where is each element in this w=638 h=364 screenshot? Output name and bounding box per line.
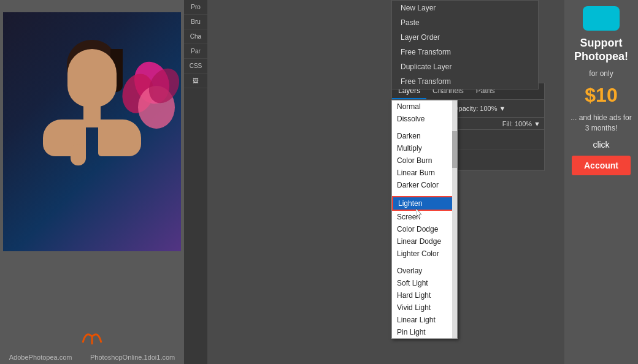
blend-screen[interactable]: Screen [392,211,457,223]
blend-soft-light[interactable]: Soft Light [392,277,457,289]
blend-sep-2 [392,191,457,196]
hand [71,144,86,165]
opacity-value[interactable]: 100% [480,105,497,112]
right-panel: Pro Bru Cha Par CSS 🖼 New Layer Paste La… [184,0,564,364]
blend-color-dodge[interactable]: Color Dodge [392,223,457,235]
logo-area [80,327,104,346]
ad-account-button[interactable]: Account [572,156,631,175]
blend-lighter-color[interactable]: Lighter Color [392,248,457,260]
fill-value[interactable]: 100% [515,120,532,127]
blend-darken[interactable]: Darken [392,130,457,142]
photo-canvas [3,12,181,251]
blend-hard-light[interactable]: Hard Light [392,289,457,301]
tab-par[interactable]: Par [184,44,207,59]
blend-dissolve[interactable]: Dissolve [392,113,457,125]
ad-click-text: click [593,140,609,150]
blend-darker-color[interactable]: Darker Color [392,179,457,191]
ad-for-only: for only [589,69,613,78]
opacity-arrow: ▼ [499,105,506,112]
fill-label: Fill: [502,120,513,127]
tab-css[interactable]: CSS [184,59,207,74]
ad-title: Support Photopea! [569,37,633,63]
blend-normal[interactable]: Normal [392,100,457,113]
blend-scroll-thumb [452,131,457,168]
menu-free-transform-1[interactable]: Free Transform [392,45,538,59]
blend-multiply[interactable]: Multiply [392,142,457,154]
blend-sep-3 [392,260,457,265]
blend-scrollbar[interactable] [452,100,457,338]
photo-inner [3,12,181,251]
menu-duplicate-layer[interactable]: Duplicate Layer [392,59,538,74]
blend-lighten[interactable]: Lighten [392,196,457,211]
ad-panel: Support Photopea! for only $10 ... and h… [564,0,638,364]
blend-linear-dodge[interactable]: Linear Dodge [392,235,457,248]
flower [123,61,178,135]
ad-desc: ... and hide ads for 3 months! [569,113,633,134]
blend-pin-light[interactable]: Pin Light [392,326,457,338]
blend-vivid-light[interactable]: Vivid Light [392,301,457,314]
blend-sep-1 [392,125,457,130]
canvas-area: AdobePhotopea.com PhotoshopOnline.1doi1.… [0,0,184,364]
logo-icon [80,327,104,346]
blend-overlay[interactable]: Overlay [392,265,457,277]
site-label-right: PhotoshopOnline.1doi1.com [90,354,175,361]
menu-layer-order[interactable]: Layer Order [392,30,538,45]
site-labels: AdobePhotopea.com PhotoshopOnline.1doi1.… [0,354,184,361]
main-container: AdobePhotopea.com PhotoshopOnline.1doi1.… [0,0,638,364]
site-label-left: AdobePhotopea.com [9,354,72,361]
menu-new-layer[interactable]: New Layer [392,1,538,15]
context-menu: New Layer Paste Layer Order Free Transfo… [391,0,539,89]
ad-price: $10 [585,84,617,107]
tab-pro[interactable]: Pro [184,0,207,15]
face [67,49,117,107]
tab-img[interactable]: 🖼 [184,74,207,88]
opacity-control: Opacity: 100% ▼ [453,105,505,112]
fill-arrow: ▼ [534,120,540,127]
blend-dropdown: Normal Dissolve Darken Multiply Color Bu… [391,100,458,339]
menu-free-transform-2[interactable]: Free Transform [392,74,538,89]
tab-cha[interactable]: Cha [184,29,207,44]
ad-teal-icon [583,6,620,31]
blend-color-burn[interactable]: Color Burn [392,154,457,167]
blend-linear-burn[interactable]: Linear Burn [392,167,457,179]
fill-control: Fill: 100% ▼ [502,120,540,127]
menu-paste[interactable]: Paste [392,15,538,30]
blend-linear-light[interactable]: Linear Light [392,314,457,326]
tool-tabs: Pro Bru Cha Par CSS 🖼 [184,0,207,364]
tab-bru[interactable]: Bru [184,15,207,29]
